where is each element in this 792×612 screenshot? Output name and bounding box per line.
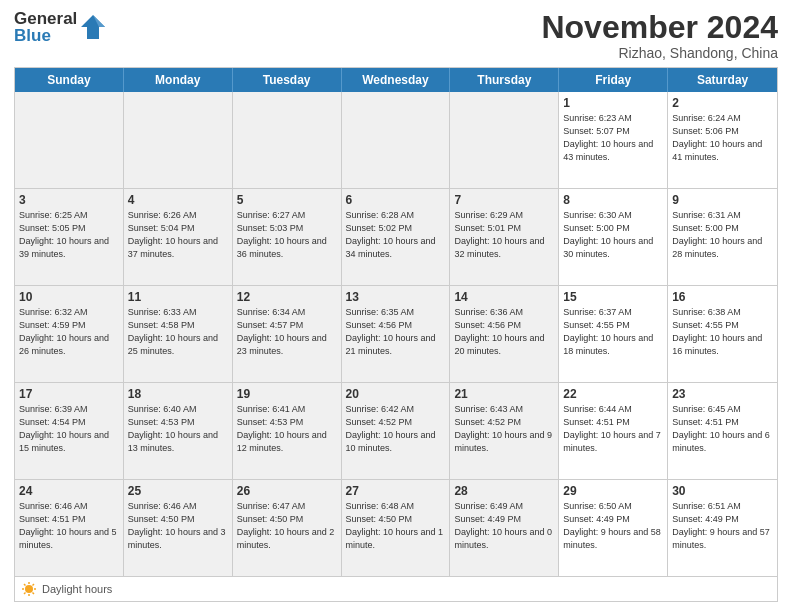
- day-number: 8: [563, 192, 663, 208]
- day-info: Sunrise: 6:49 AM Sunset: 4:49 PM Dayligh…: [454, 501, 552, 549]
- cal-cell-14: 14Sunrise: 6:36 AM Sunset: 4:56 PM Dayli…: [450, 286, 559, 382]
- day-number: 6: [346, 192, 446, 208]
- title-area: November 2024 Rizhao, Shandong, China: [541, 10, 778, 61]
- cal-header-tuesday: Tuesday: [233, 68, 342, 92]
- day-number: 9: [672, 192, 773, 208]
- day-number: 3: [19, 192, 119, 208]
- day-number: 26: [237, 483, 337, 499]
- cal-cell-1: 1Sunrise: 6:23 AM Sunset: 5:07 PM Daylig…: [559, 92, 668, 188]
- day-number: 5: [237, 192, 337, 208]
- day-number: 14: [454, 289, 554, 305]
- cal-cell-27: 27Sunrise: 6:48 AM Sunset: 4:50 PM Dayli…: [342, 480, 451, 576]
- month-title: November 2024: [541, 10, 778, 45]
- cal-row-0: 1Sunrise: 6:23 AM Sunset: 5:07 PM Daylig…: [15, 92, 777, 188]
- cal-cell-24: 24Sunrise: 6:46 AM Sunset: 4:51 PM Dayli…: [15, 480, 124, 576]
- day-info: Sunrise: 6:46 AM Sunset: 4:50 PM Dayligh…: [128, 501, 226, 549]
- logo-text: General Blue: [14, 10, 77, 44]
- cal-cell-3: 3Sunrise: 6:25 AM Sunset: 5:05 PM Daylig…: [15, 189, 124, 285]
- day-number: 11: [128, 289, 228, 305]
- cal-cell-28: 28Sunrise: 6:49 AM Sunset: 4:49 PM Dayli…: [450, 480, 559, 576]
- logo-area: General Blue: [14, 10, 107, 44]
- cal-row-3: 17Sunrise: 6:39 AM Sunset: 4:54 PM Dayli…: [15, 382, 777, 479]
- day-info: Sunrise: 6:47 AM Sunset: 4:50 PM Dayligh…: [237, 501, 335, 549]
- cal-row-1: 3Sunrise: 6:25 AM Sunset: 5:05 PM Daylig…: [15, 188, 777, 285]
- day-number: 2: [672, 95, 773, 111]
- cal-header-wednesday: Wednesday: [342, 68, 451, 92]
- cal-cell-empty-0-3: [342, 92, 451, 188]
- cal-header-saturday: Saturday: [668, 68, 777, 92]
- day-number: 23: [672, 386, 773, 402]
- day-info: Sunrise: 6:37 AM Sunset: 4:55 PM Dayligh…: [563, 307, 653, 355]
- day-number: 27: [346, 483, 446, 499]
- logo-general: General: [14, 10, 77, 27]
- cal-cell-10: 10Sunrise: 6:32 AM Sunset: 4:59 PM Dayli…: [15, 286, 124, 382]
- cal-cell-23: 23Sunrise: 6:45 AM Sunset: 4:51 PM Dayli…: [668, 383, 777, 479]
- calendar-header: SundayMondayTuesdayWednesdayThursdayFrid…: [15, 68, 777, 92]
- day-info: Sunrise: 6:35 AM Sunset: 4:56 PM Dayligh…: [346, 307, 436, 355]
- day-info: Sunrise: 6:33 AM Sunset: 4:58 PM Dayligh…: [128, 307, 218, 355]
- day-info: Sunrise: 6:43 AM Sunset: 4:52 PM Dayligh…: [454, 404, 552, 452]
- day-info: Sunrise: 6:48 AM Sunset: 4:50 PM Dayligh…: [346, 501, 444, 549]
- cal-cell-18: 18Sunrise: 6:40 AM Sunset: 4:53 PM Dayli…: [124, 383, 233, 479]
- cal-cell-empty-0-4: [450, 92, 559, 188]
- cal-header-thursday: Thursday: [450, 68, 559, 92]
- day-info: Sunrise: 6:28 AM Sunset: 5:02 PM Dayligh…: [346, 210, 436, 258]
- day-info: Sunrise: 6:34 AM Sunset: 4:57 PM Dayligh…: [237, 307, 327, 355]
- cal-cell-13: 13Sunrise: 6:35 AM Sunset: 4:56 PM Dayli…: [342, 286, 451, 382]
- day-number: 19: [237, 386, 337, 402]
- cal-cell-empty-0-1: [124, 92, 233, 188]
- cal-cell-4: 4Sunrise: 6:26 AM Sunset: 5:04 PM Daylig…: [124, 189, 233, 285]
- day-number: 24: [19, 483, 119, 499]
- logo-icon: [79, 13, 107, 41]
- svg-line-8: [33, 593, 35, 595]
- day-number: 4: [128, 192, 228, 208]
- day-info: Sunrise: 6:44 AM Sunset: 4:51 PM Dayligh…: [563, 404, 661, 452]
- day-info: Sunrise: 6:23 AM Sunset: 5:07 PM Dayligh…: [563, 113, 653, 161]
- day-number: 28: [454, 483, 554, 499]
- cal-cell-25: 25Sunrise: 6:46 AM Sunset: 4:50 PM Dayli…: [124, 480, 233, 576]
- cal-cell-19: 19Sunrise: 6:41 AM Sunset: 4:53 PM Dayli…: [233, 383, 342, 479]
- calendar: SundayMondayTuesdayWednesdayThursdayFrid…: [14, 67, 778, 602]
- cal-cell-7: 7Sunrise: 6:29 AM Sunset: 5:01 PM Daylig…: [450, 189, 559, 285]
- day-number: 17: [19, 386, 119, 402]
- cal-row-2: 10Sunrise: 6:32 AM Sunset: 4:59 PM Dayli…: [15, 285, 777, 382]
- logo-blue: Blue: [14, 27, 77, 44]
- day-number: 16: [672, 289, 773, 305]
- sun-icon: [21, 581, 37, 597]
- day-info: Sunrise: 6:46 AM Sunset: 4:51 PM Dayligh…: [19, 501, 117, 549]
- svg-line-10: [24, 593, 26, 595]
- cal-cell-11: 11Sunrise: 6:33 AM Sunset: 4:58 PM Dayli…: [124, 286, 233, 382]
- day-info: Sunrise: 6:26 AM Sunset: 5:04 PM Dayligh…: [128, 210, 218, 258]
- day-info: Sunrise: 6:50 AM Sunset: 4:49 PM Dayligh…: [563, 501, 661, 549]
- day-info: Sunrise: 6:36 AM Sunset: 4:56 PM Dayligh…: [454, 307, 544, 355]
- cal-cell-29: 29Sunrise: 6:50 AM Sunset: 4:49 PM Dayli…: [559, 480, 668, 576]
- header: General Blue November 2024 Rizhao, Shand…: [14, 10, 778, 61]
- cal-cell-20: 20Sunrise: 6:42 AM Sunset: 4:52 PM Dayli…: [342, 383, 451, 479]
- subtitle: Rizhao, Shandong, China: [541, 45, 778, 61]
- cal-row-4: 24Sunrise: 6:46 AM Sunset: 4:51 PM Dayli…: [15, 479, 777, 576]
- day-info: Sunrise: 6:27 AM Sunset: 5:03 PM Dayligh…: [237, 210, 327, 258]
- day-info: Sunrise: 6:51 AM Sunset: 4:49 PM Dayligh…: [672, 501, 770, 549]
- day-number: 7: [454, 192, 554, 208]
- legend: Daylight hours: [15, 576, 777, 601]
- svg-line-7: [24, 584, 26, 586]
- cal-cell-5: 5Sunrise: 6:27 AM Sunset: 5:03 PM Daylig…: [233, 189, 342, 285]
- svg-point-2: [25, 585, 33, 593]
- day-number: 13: [346, 289, 446, 305]
- cal-cell-22: 22Sunrise: 6:44 AM Sunset: 4:51 PM Dayli…: [559, 383, 668, 479]
- day-number: 12: [237, 289, 337, 305]
- cal-cell-16: 16Sunrise: 6:38 AM Sunset: 4:55 PM Dayli…: [668, 286, 777, 382]
- cal-cell-26: 26Sunrise: 6:47 AM Sunset: 4:50 PM Dayli…: [233, 480, 342, 576]
- day-number: 29: [563, 483, 663, 499]
- day-info: Sunrise: 6:32 AM Sunset: 4:59 PM Dayligh…: [19, 307, 109, 355]
- day-number: 10: [19, 289, 119, 305]
- day-info: Sunrise: 6:38 AM Sunset: 4:55 PM Dayligh…: [672, 307, 762, 355]
- calendar-body: 1Sunrise: 6:23 AM Sunset: 5:07 PM Daylig…: [15, 92, 777, 576]
- cal-cell-empty-0-2: [233, 92, 342, 188]
- day-number: 21: [454, 386, 554, 402]
- cal-cell-9: 9Sunrise: 6:31 AM Sunset: 5:00 PM Daylig…: [668, 189, 777, 285]
- day-number: 15: [563, 289, 663, 305]
- day-number: 18: [128, 386, 228, 402]
- cal-cell-30: 30Sunrise: 6:51 AM Sunset: 4:49 PM Dayli…: [668, 480, 777, 576]
- cal-cell-8: 8Sunrise: 6:30 AM Sunset: 5:00 PM Daylig…: [559, 189, 668, 285]
